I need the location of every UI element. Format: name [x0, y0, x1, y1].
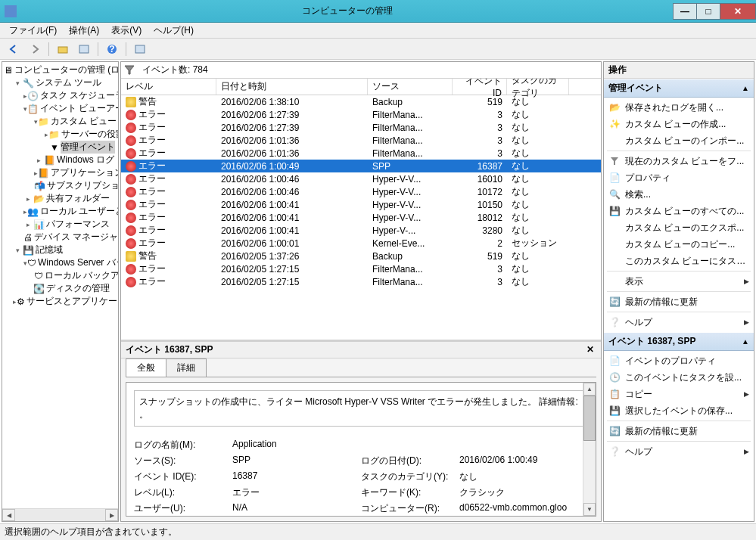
minimize-button[interactable]: —	[673, 3, 697, 20]
console-button[interactable]	[75, 41, 93, 57]
user-value: N/A	[232, 502, 361, 515]
tree-hscrollbar[interactable]: ◀ ▶	[2, 508, 118, 521]
detail-vscrollbar[interactable]: ▲ ▼	[583, 383, 596, 516]
col-category[interactable]: タスクのカテゴリ	[507, 79, 569, 95]
action-event-properties[interactable]: 📄イベントのプロパティ	[604, 352, 754, 369]
event-id-text: 3	[453, 148, 507, 159]
action-export-custom-view[interactable]: カスタム ビューのエクスポ...	[604, 219, 754, 236]
col-level[interactable]: レベル	[121, 79, 216, 95]
event-row[interactable]: 警告2016/02/06 1:38:10Backup519なし	[121, 95, 601, 108]
open-button[interactable]	[54, 41, 72, 57]
forward-button[interactable]	[26, 41, 44, 57]
action-attach-task-event[interactable]: 🕒このイベントにタスクを設...	[604, 369, 754, 386]
tree-services-apps[interactable]: ▸⚙サービスとアプリケーション	[2, 295, 118, 308]
tree-disk-mgmt[interactable]: 💽ディスクの管理	[2, 282, 118, 295]
tree-storage[interactable]: ▾💾記憶域	[2, 244, 118, 256]
action-find[interactable]: 🔍検索...	[604, 186, 754, 203]
menu-file[interactable]: ファイル(F)	[3, 23, 63, 39]
tree-performance[interactable]: ▸📊パフォーマンス	[2, 218, 118, 231]
error-icon	[126, 200, 136, 210]
tree-local-backup[interactable]: 🛡ローカル バックアップ	[2, 269, 118, 282]
tree-device-mgr[interactable]: 🖨デバイス マネージャー	[2, 231, 118, 244]
action-create-custom-view[interactable]: ✨カスタム ビューの作成...	[604, 116, 754, 132]
event-row[interactable]: エラー2016/02/06 1:00:41Hyper-V-V...18012なし	[121, 211, 601, 224]
collapse-icon[interactable]: ▲	[742, 337, 749, 346]
actions-section-admin-events[interactable]: 管理イベント ▲	[604, 79, 754, 98]
tree-shared-folders[interactable]: ▸📂共有フォルダー	[2, 192, 118, 205]
action-open-saved-log[interactable]: 📂保存されたログを開く...	[604, 99, 754, 116]
actions-section-event[interactable]: イベント 16387, SPP ▲	[604, 332, 754, 351]
event-row[interactable]: エラー2016/02/05 1:27:15FilterMana...3なし	[121, 262, 601, 275]
tree-event-viewer[interactable]: ▾📋イベント ビューアー	[2, 102, 118, 115]
collapse-icon[interactable]: ▾	[13, 246, 22, 255]
event-row[interactable]: エラー2016/02/06 1:00:41Hyper-V-...3280なし	[121, 224, 601, 237]
event-row[interactable]: エラー2016/02/06 1:27:39FilterMana...3なし	[121, 121, 601, 134]
maximize-button[interactable]: □	[696, 3, 720, 20]
action-view[interactable]: 表示▶	[604, 273, 754, 290]
col-event-id[interactable]: イベント ID	[453, 79, 507, 95]
action-filter-current[interactable]: 現在のカスタム ビューをフ...	[604, 153, 754, 169]
expand-icon[interactable]: ▸	[23, 194, 33, 203]
event-row[interactable]: エラー2016/02/06 1:00:46Hyper-V-V...16010なし	[121, 172, 601, 185]
menu-help[interactable]: ヘルプ(H)	[148, 23, 200, 39]
expand-icon[interactable]: ▸	[23, 220, 33, 229]
collapse-icon[interactable]: ▾	[13, 79, 22, 88]
action-attach-task[interactable]: このカスタム ビューにタスク...	[604, 253, 754, 269]
tab-detail[interactable]: 詳細	[166, 358, 207, 377]
tree-admin-events[interactable]: ▼管理イベント	[2, 141, 118, 154]
action-help[interactable]: ❔ヘルプ▶	[604, 314, 754, 331]
action-save-all[interactable]: 💾カスタム ビューのすべての...	[604, 203, 754, 219]
refresh-button[interactable]	[131, 41, 149, 57]
tree-task-scheduler[interactable]: ▸🕒タスク スケジューラ	[2, 89, 118, 102]
tree-windows-logs[interactable]: ▸📙Windows ログ	[2, 154, 118, 166]
action-properties[interactable]: 📄プロパティ	[604, 169, 754, 186]
scroll-up-icon[interactable]: ▲	[583, 383, 596, 396]
detail-close-button[interactable]: ✕	[584, 344, 596, 356]
action-help2[interactable]: ❔ヘルプ▶	[604, 443, 754, 460]
event-row[interactable]: エラー2016/02/06 1:00:46Hyper-V-V...10172なし	[121, 185, 601, 198]
back-button[interactable]	[5, 41, 23, 57]
datetime-text: 2016/02/06 1:27:39	[216, 123, 368, 133]
event-row[interactable]: エラー2016/02/06 1:01:36FilterMana...3なし	[121, 134, 601, 147]
event-row[interactable]: エラー2016/02/06 1:00:49SPP16387なし	[121, 160, 601, 172]
close-button[interactable]: ✕	[720, 3, 756, 20]
event-row[interactable]: エラー2016/02/06 1:27:39FilterMana...3なし	[121, 108, 601, 121]
menu-view[interactable]: 表示(V)	[105, 23, 148, 39]
expand-icon[interactable]: ▸	[34, 156, 43, 165]
action-save-selected[interactable]: 💾選択したイベントの保存...	[604, 402, 754, 419]
event-row[interactable]: エラー2016/02/06 1:01:36FilterMana...3なし	[121, 147, 601, 160]
tree-system-tools[interactable]: ▾🔧システム ツール	[2, 76, 118, 89]
tree-subscriptions[interactable]: 📬サブスクリプション	[2, 179, 118, 192]
col-datetime[interactable]: 日付と時刻	[216, 79, 368, 95]
tab-general[interactable]: 全般	[126, 358, 166, 377]
event-row[interactable]: エラー2016/02/06 1:00:41Hyper-V-V...10150なし	[121, 198, 601, 211]
col-source[interactable]: ソース	[368, 79, 453, 95]
action-copy[interactable]: 📋コピー▶	[604, 386, 754, 402]
event-row[interactable]: 警告2016/02/05 1:37:26Backup519なし	[121, 250, 601, 262]
event-row[interactable]: エラー2016/02/05 1:27:15FilterMana...3なし	[121, 275, 601, 288]
action-refresh[interactable]: 🔄最新の情報に更新	[604, 293, 754, 310]
help-icon: ❔	[608, 316, 621, 328]
tree-local-users[interactable]: ▸👥ローカル ユーザーとグルー	[2, 205, 118, 218]
collapse-icon[interactable]: ▲	[742, 84, 749, 92]
tree-app-services[interactable]: ▸📙アプリケーションとサービ	[2, 166, 118, 179]
event-row[interactable]: エラー2016/02/06 1:00:01Kernel-Eve...2セッション	[121, 237, 601, 250]
tree-root[interactable]: 🖥コンピューターの管理 (ローカル)	[2, 64, 118, 76]
scroll-left-icon[interactable]: ◀	[2, 509, 15, 521]
event-body[interactable]: 警告2016/02/06 1:38:10Backup519なしエラー2016/0…	[121, 95, 601, 340]
action-refresh2[interactable]: 🔄最新の情報に更新	[604, 423, 754, 439]
filter-icon: ▼	[50, 141, 59, 154]
scroll-thumb[interactable]	[583, 396, 596, 441]
menu-action[interactable]: 操作(A)	[63, 23, 105, 39]
tree-ws-backup[interactable]: ▾🛡Windows Server バック	[2, 256, 118, 269]
tree-server-roles[interactable]: ▸📁サーバーの役割	[2, 128, 118, 141]
event-id-label: イベント ID(E):	[134, 470, 232, 483]
action-copy-custom-view[interactable]: カスタム ビューのコピー...	[604, 236, 754, 253]
action-import-custom-view[interactable]: カスタム ビューのインポー...	[604, 132, 754, 149]
scroll-right-icon[interactable]: ▶	[105, 509, 118, 521]
error-icon	[126, 225, 136, 236]
scroll-down-icon[interactable]: ▼	[583, 503, 596, 516]
event-list: レベル 日付と時刻 ソース イベント ID タスクのカテゴリ 警告2016/02…	[121, 79, 601, 340]
help-button[interactable]: ?	[103, 41, 121, 57]
tree-custom-views[interactable]: ▾📁カスタム ビュー	[2, 115, 118, 128]
